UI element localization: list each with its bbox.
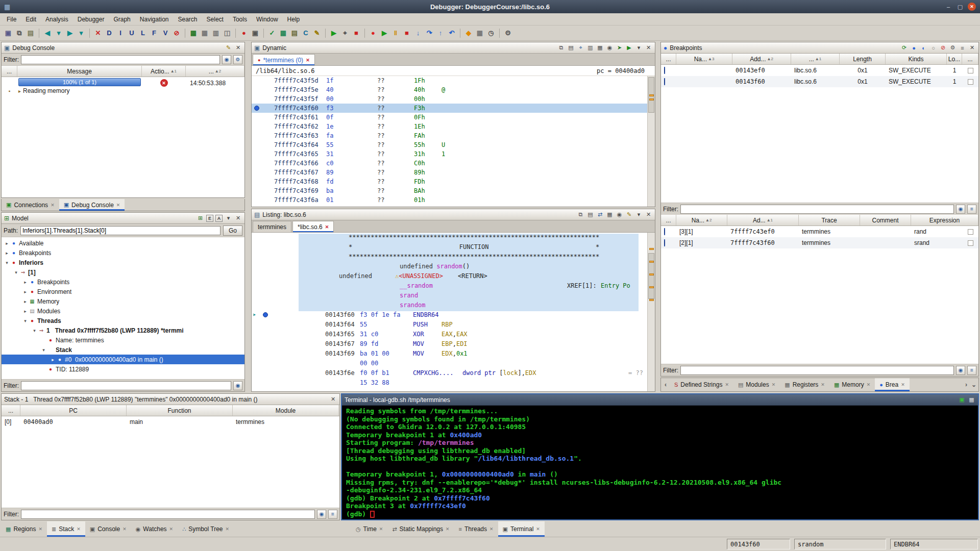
forward-icon[interactable]: ▶ (65, 28, 75, 38)
expand-icon[interactable]: ▸ (22, 289, 29, 294)
fields-icon[interactable]: ▦ (606, 211, 614, 218)
resume-icon[interactable]: ▶ (379, 28, 389, 38)
tree-node-inferiors[interactable]: ▾●Inferiors (2, 258, 244, 267)
location-column-na[interactable]: Na...▲2 (676, 215, 727, 226)
bottom-center-tab-time[interactable]: ◷Time✕ (351, 521, 387, 537)
right-tab-brea[interactable]: ●Brea✕ (875, 378, 910, 391)
refresh-icon[interactable]: ⟳ (900, 44, 908, 52)
step-out-icon[interactable]: ↑ (435, 28, 446, 38)
menu-file[interactable]: File (2, 13, 21, 26)
close-icon[interactable]: ✕ (645, 211, 652, 218)
prohibit-icon[interactable]: ⊘ (172, 28, 182, 38)
row-checkbox[interactable] (968, 229, 973, 235)
menu-debugger[interactable]: Debugger (73, 13, 109, 26)
console-column-actio[interactable]: Actio...▲1 (142, 66, 186, 77)
breakpoint-column-kinds[interactable]: Kinds (886, 54, 947, 64)
expand-icon[interactable]: ▸ (4, 251, 10, 256)
breakpoint-enabled-icon[interactable] (664, 228, 665, 235)
bottom-center-tab-threads[interactable]: ≡Threads✕ (454, 521, 498, 537)
mappings-icon[interactable]: ▦ (278, 28, 288, 38)
listing-line-0[interactable]: ****************************************… (252, 233, 647, 242)
filter-clear-button[interactable]: ◉ (222, 55, 231, 64)
bottom-left-tab-regions[interactable]: ▦Regions✕ (1, 521, 47, 537)
expand-icon[interactable]: ▸ (22, 309, 29, 314)
edit-patch-icon[interactable]: ✎ (312, 28, 322, 38)
listing-line-4[interactable]: undefined⚠<UNASSIGNED><RETURN> (252, 271, 647, 281)
paste-icon[interactable]: ▤ (26, 28, 36, 38)
close-button[interactable]: ✕ (968, 3, 976, 11)
hex-row-7ffff7c43f62[interactable]: 7ffff7c43f621e??1Eh (252, 122, 647, 131)
tree-node-breakpoints[interactable]: ▸●Breakpoints (2, 248, 244, 258)
breakpoint-row[interactable]: 00143ef0libc.so.60x1SW_EXECUTE1 (661, 65, 978, 76)
console-column-item[interactable]: ... (2, 66, 17, 77)
menu-icon[interactable]: ≡ (959, 44, 966, 52)
settings-icon[interactable]: ⚙ (949, 44, 957, 52)
dynamic-header[interactable]: ▣ Dynamic ⧉▤⌖▥▦◉➤▶▾✕ (252, 42, 655, 54)
hex-row-7ffff7c43f64[interactable]: 7ffff7c43f6455??55hU (252, 140, 647, 149)
console-column-item[interactable]: ...▲2 (186, 66, 244, 77)
close-console-tab-icon[interactable]: ✕ (122, 527, 127, 532)
model-header[interactable]: ⊞ Model ⊞EA▾✕ (2, 213, 244, 224)
dropdown-icon[interactable]: ▾ (635, 44, 643, 52)
hex-row-7ffff7c43f61[interactable]: 7ffff7c43f610f??0Fh (252, 113, 647, 122)
hex-row-7ffff7c43f6a[interactable]: 7ffff7c43f6a01??01h (252, 195, 647, 205)
create-variable-icon[interactable]: V (160, 28, 170, 38)
breakpoint-column-item[interactable]: ... (962, 54, 978, 64)
close-tab-icon[interactable]: ✕ (325, 224, 329, 230)
step-back-icon[interactable]: ↶ (447, 28, 457, 38)
listing-tab-termmines[interactable]: termmines (253, 221, 291, 232)
stack-column-function[interactable]: Function (127, 405, 233, 416)
clock-icon[interactable]: ◷ (486, 28, 496, 38)
tab-termmines-trace[interactable]: ● *termmines (0) ✕ (253, 54, 315, 65)
menu-navigation[interactable]: Navigation (135, 13, 174, 26)
breakpoint-marker-icon[interactable] (254, 106, 259, 111)
clear-all-icon[interactable]: ⊘ (939, 44, 947, 52)
dynamic-hex-view[interactable]: 7ffff7c43f5d1f??1Fh7ffff7c43f5e40??40h@7… (252, 76, 655, 207)
modules-grid-icon[interactable]: ▤ (289, 28, 300, 38)
close-terminal-tab-icon[interactable]: ✕ (536, 527, 540, 532)
hex-row-7ffff7c43f60[interactable]: 7ffff7c43f60f3??F3h (252, 104, 647, 113)
tree-node-1[interactable]: ▾⇒[1] (2, 267, 244, 277)
dropdown-icon[interactable]: ▾ (225, 214, 232, 222)
breakpoint-column-na[interactable]: Na...▲3 (676, 54, 732, 64)
stack-column-module[interactable]: Module (233, 405, 339, 416)
forward-menu-icon[interactable]: ▾ (76, 28, 86, 38)
location-row[interactable]: [3][1]7ffff7c43ef0termminesrand (661, 226, 978, 237)
listing-line-14[interactable]: 00143f6ef0 0f b1CMPXCHG....dword ptr [lo… (252, 368, 647, 378)
close-brea-tab-icon[interactable]: ✕ (901, 382, 905, 387)
console-task-row[interactable]: ▪100% (1 of 1)▸Reading memory✕14:50:53.3… (2, 77, 244, 97)
stack-column-pc[interactable]: PC (20, 405, 127, 416)
back-icon[interactable]: ◀ (42, 28, 53, 38)
step-into-icon[interactable]: ↓ (413, 28, 423, 38)
listing-line-12[interactable]: 00143f69ba 01 00MOVEDX,0x1 (252, 349, 647, 359)
bottom-center-tab-terminal[interactable]: ▣Terminal✕ (498, 521, 545, 537)
filter-options-button[interactable]: ◉ (233, 381, 242, 390)
listing-view[interactable]: ****************************************… (252, 233, 655, 391)
right-tab-defined-strings[interactable]: SDefined Strings✕ (670, 378, 733, 391)
track-location-icon[interactable]: ⌖ (577, 44, 584, 52)
column-settings-button[interactable]: ≡ (967, 205, 976, 214)
close-memory-tab-icon[interactable]: ✕ (867, 382, 871, 387)
menu-help[interactable]: Help (283, 13, 305, 26)
stack-frame-row[interactable]: [0]00400ad0maintermmines (2, 416, 339, 428)
filter-options-button[interactable]: ◉ (956, 366, 965, 375)
stack-filter-input[interactable] (21, 510, 315, 519)
close-stack-tab-icon[interactable]: ✕ (77, 527, 81, 532)
tree-node-0-0x0000000000400ad0-in-main[interactable]: ▸●#0 0x0000000000400ad0 in main () (2, 355, 244, 364)
close-icon[interactable]: ✕ (234, 214, 242, 222)
maximize-button[interactable]: ▢ (956, 3, 964, 11)
close-static-mappings-tab-icon[interactable]: ✕ (446, 527, 450, 532)
close-time-tab-icon[interactable]: ✕ (379, 527, 383, 532)
stop-icon[interactable]: ■ (351, 28, 361, 38)
close-symbol-tree-tab-icon[interactable]: ✕ (226, 527, 230, 532)
copy-icon[interactable]: ⧉ (577, 211, 584, 218)
row-checkbox[interactable] (968, 68, 973, 73)
expand-icon[interactable]: ▸ (22, 280, 29, 285)
bottom-left-tab-symbol-tree[interactable]: ∴Symbol Tree✕ (178, 521, 234, 537)
expand-icon[interactable]: ▾ (13, 270, 19, 275)
enable-all-icon[interactable]: ● (910, 44, 918, 52)
row-checkbox[interactable] (968, 240, 973, 246)
column-settings-button[interactable]: ≡ (967, 366, 976, 375)
cancel-task-button[interactable]: ✕ (160, 79, 168, 87)
create-label-icon[interactable]: L (138, 28, 148, 38)
